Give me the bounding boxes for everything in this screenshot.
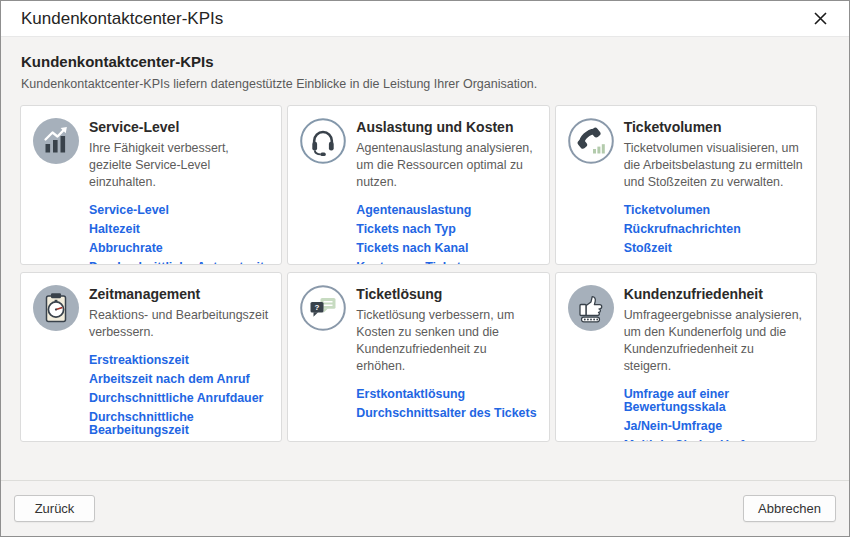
- card-description: Ticketlösung verbessern, um Kosten zu se…: [356, 307, 536, 375]
- card-zeitmanagement: Zeitmanagement Reaktions- und Bearbeitun…: [20, 272, 282, 442]
- link-tickets-nach-kanal[interactable]: Tickets nach Kanal: [356, 242, 536, 255]
- link-haltezeit[interactable]: Haltezeit: [89, 223, 269, 236]
- close-icon: [813, 11, 828, 26]
- dialog-footer: Zurück Abbrechen: [1, 480, 849, 536]
- dialog-titlebar: Kundenkontaktcenter-KPIs: [1, 1, 849, 37]
- link-rueckrufnachrichten[interactable]: Rückrufnachrichten: [624, 223, 804, 236]
- link-arbeitszeit-nach-dem-anruf[interactable]: Arbeitszeit nach dem Anruf: [89, 373, 269, 386]
- card-description: Agentenauslastung analysieren, um die Re…: [356, 140, 536, 191]
- link-agentenauslastung[interactable]: Agentenauslastung: [356, 204, 536, 217]
- link-service-level[interactable]: Service-Level: [89, 204, 269, 217]
- card-title: Ticketvolumen: [624, 119, 804, 135]
- card-description: Reaktions- und Bearbeitungszeit verbesse…: [89, 307, 269, 341]
- card-kundenzufriedenheit: Kundenzufriedenheit Umfrageergebnisse an…: [555, 272, 817, 442]
- window-title: Kundenkontaktcenter-KPIs: [21, 9, 223, 29]
- phone-volume-icon: [568, 118, 614, 164]
- card-ticketloesung: ? Ticketlösung Ticketlösung verbessern, …: [287, 272, 549, 442]
- link-stosszeit[interactable]: Stoßzeit: [624, 242, 804, 255]
- link-ja-nein-umfrage[interactable]: Ja/Nein-Umfrage: [624, 420, 804, 433]
- card-title: Zeitmanagement: [89, 286, 269, 302]
- chart-increase-icon: [33, 118, 79, 164]
- dialog-content: Kundenkontaktcenter-KPIs Kundenkontaktce…: [1, 37, 849, 480]
- card-title: Auslastung und Kosten: [356, 119, 536, 135]
- stopwatch-clipboard-icon: [33, 285, 79, 331]
- svg-text:?: ?: [315, 303, 320, 312]
- close-button[interactable]: [807, 6, 833, 32]
- chat-question-icon: ?: [300, 285, 346, 331]
- card-description: Umfrageergebnisse analysieren, um den Ku…: [624, 307, 804, 375]
- card-description: Ihre Fähigkeit verbessert, gezielte Serv…: [89, 140, 269, 191]
- thumbs-up-rating-icon: [568, 285, 614, 331]
- card-description: Ticketvolumen visualisieren, um die Arbe…: [624, 140, 804, 191]
- kpi-card-grid: Service-Level Ihre Fähigkeit verbessert,…: [20, 105, 817, 442]
- card-service-level: Service-Level Ihre Fähigkeit verbessert,…: [20, 105, 282, 265]
- link-multiple-choice-umfrage[interactable]: Multiple-Choice-Umfrage: [624, 439, 804, 442]
- link-durchschnittliche-antwortzeit[interactable]: Durchschnittliche Antwortzeit: [89, 261, 269, 265]
- card-title: Kundenzufriedenheit: [624, 286, 804, 302]
- link-erstreaktionszeit[interactable]: Erstreaktionszeit: [89, 354, 269, 367]
- link-kosten-pro-ticket[interactable]: Kosten pro Ticket: [356, 261, 536, 265]
- link-erstkontaktloesung[interactable]: Erstkontaktlösung: [356, 388, 536, 401]
- page-subtitle: Kundenkontaktcenter-KPIs liefern datenge…: [21, 77, 817, 91]
- back-button[interactable]: Zurück: [14, 495, 95, 522]
- link-ticketvolumen[interactable]: Ticketvolumen: [624, 204, 804, 217]
- link-durchschnittsalter-des-tickets[interactable]: Durchschnittsalter des Tickets: [356, 407, 536, 420]
- link-tickets-nach-typ[interactable]: Tickets nach Typ: [356, 223, 536, 236]
- page-title: Kundenkontaktcenter-KPIs: [21, 53, 817, 70]
- headset-icon: [300, 118, 346, 164]
- card-title: Ticketlösung: [356, 286, 536, 302]
- link-durchschnittliche-bearbeitungszeit[interactable]: Durchschnittliche Bearbeitungszeit: [89, 411, 269, 437]
- card-auslastung-und-kosten: Auslastung und Kosten Agentenauslastung …: [287, 105, 549, 265]
- link-abbruchrate[interactable]: Abbruchrate: [89, 242, 269, 255]
- dialog-kundenkontaktcenter-kpis: Kundenkontaktcenter-KPIs Kundenkontaktce…: [0, 0, 850, 537]
- card-title: Service-Level: [89, 119, 269, 135]
- link-umfrage-bewertungsskala[interactable]: Umfrage auf einer Bewertungsskala: [624, 388, 804, 414]
- link-durchschnittliche-anrufdauer[interactable]: Durchschnittliche Anrufdauer: [89, 392, 269, 405]
- cancel-button[interactable]: Abbrechen: [743, 495, 836, 522]
- card-ticketvolumen: Ticketvolumen Ticketvolumen visualisiere…: [555, 105, 817, 265]
